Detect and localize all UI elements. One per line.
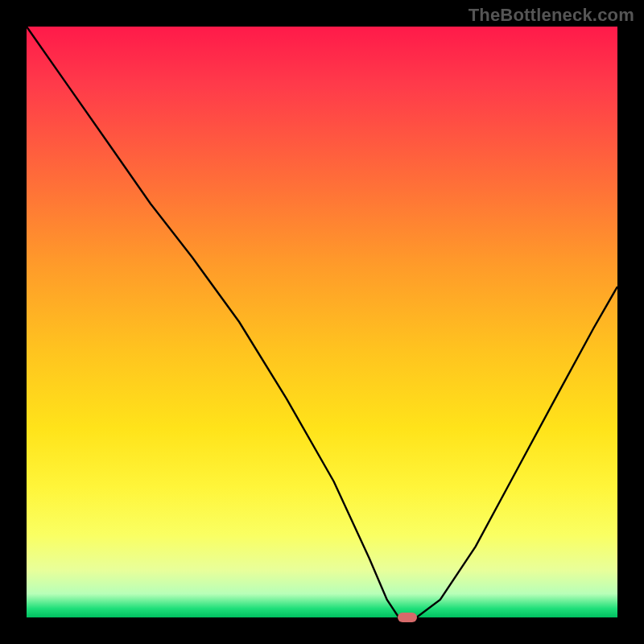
watermark-text: TheBottleneck.com (469, 5, 634, 26)
chart-frame: TheBottleneck.com (0, 0, 644, 644)
plot-area (27, 27, 617, 617)
curve-svg (27, 27, 617, 617)
bottleneck-curve (27, 27, 617, 617)
optimum-marker (398, 613, 417, 622)
